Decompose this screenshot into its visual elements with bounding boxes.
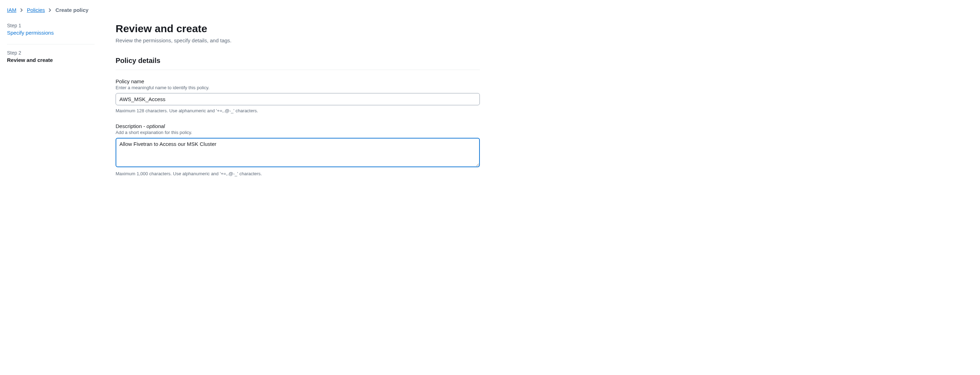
chevron-right-icon xyxy=(48,7,52,13)
optional-tag: optional xyxy=(146,123,165,129)
main-content: Review and create Review the permissions… xyxy=(116,23,480,186)
step-divider xyxy=(7,44,95,44)
section-policy-details-title: Policy details xyxy=(116,57,480,70)
wizard-step-1[interactable]: Step 1 Specify permissions xyxy=(7,23,95,41)
breadcrumb-iam[interactable]: IAM xyxy=(7,7,16,13)
description-textarea[interactable] xyxy=(116,138,480,167)
description-hint: Maximum 1,000 characters. Use alphanumer… xyxy=(116,171,480,176)
policy-name-label: Policy name xyxy=(116,78,480,84)
step-label: Step 1 xyxy=(7,23,95,28)
policy-name-input[interactable] xyxy=(116,93,480,105)
breadcrumb-current: Create policy xyxy=(55,7,88,13)
step-title: Review and create xyxy=(7,57,95,63)
page-subtitle: Review the permissions, specify details,… xyxy=(116,38,480,43)
policy-name-help: Enter a meaningful name to identify this… xyxy=(116,85,480,90)
description-help: Add a short explanation for this policy. xyxy=(116,130,480,135)
wizard-step-2: Step 2 Review and create xyxy=(7,50,95,68)
step-label: Step 2 xyxy=(7,50,95,55)
field-policy-name: Policy name Enter a meaningful name to i… xyxy=(116,78,480,113)
breadcrumb: IAM Policies Create policy xyxy=(7,7,973,13)
policy-name-hint: Maximum 128 characters. Use alphanumeric… xyxy=(116,108,480,113)
field-description: Description - optional Add a short expla… xyxy=(116,123,480,176)
page-title: Review and create xyxy=(116,23,480,35)
description-label: Description - optional xyxy=(116,123,480,129)
chevron-right-icon xyxy=(20,7,24,13)
step-title: Specify permissions xyxy=(7,30,95,36)
breadcrumb-policies[interactable]: Policies xyxy=(27,7,45,13)
wizard-steps-sidebar: Step 1 Specify permissions Step 2 Review… xyxy=(7,23,95,186)
